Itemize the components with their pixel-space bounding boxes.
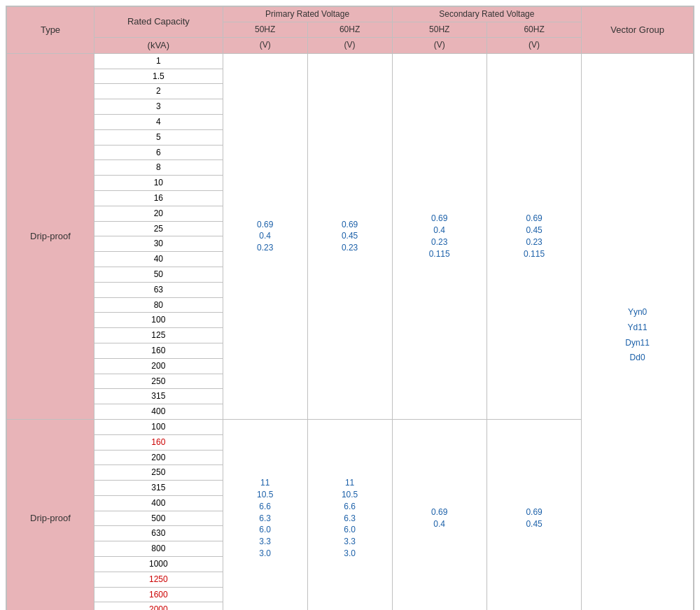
capacity-cell: 400 xyxy=(94,495,223,511)
capacity-cell: 125 xyxy=(94,328,223,343)
capacity-cell: 200 xyxy=(94,450,223,465)
table-row: Drip-proof 1 0.690.40.23 0.690.450.23 0.… xyxy=(7,53,694,69)
secondary-50hz-header: 50HZ xyxy=(392,22,486,37)
secondary-50hz-unit: (V) xyxy=(392,37,486,53)
capacity-cell: 30 xyxy=(94,236,223,252)
header-row-1: Type Rated Capacity Primary Rated Voltag… xyxy=(7,7,694,22)
transformer-table: Type Rated Capacity Primary Rated Voltag… xyxy=(6,6,694,610)
capacity-cell: 400 xyxy=(94,404,223,420)
capacity-cell: 315 xyxy=(94,481,223,496)
capacity-cell: 5 xyxy=(94,129,223,145)
capacity-cell: 100 xyxy=(94,419,223,434)
primary-50hz-header: 50HZ xyxy=(223,22,307,37)
capacity-cell: 1000 xyxy=(94,557,223,572)
primary-60hz-data1: 0.690.450.23 xyxy=(307,53,392,419)
capacity-cell: 1 xyxy=(94,53,223,69)
capacity-cell: 1.5 xyxy=(94,69,223,84)
primary-50hz-data1: 0.690.40.23 xyxy=(223,53,307,419)
capacity-cell: 315 xyxy=(94,389,223,404)
capacity-cell: 40 xyxy=(94,252,223,267)
capacity-cell: 10 xyxy=(94,176,223,191)
capacity-cell: 2 xyxy=(94,84,223,99)
secondary-voltage-header: Secondary Rated Voltage xyxy=(392,7,582,22)
secondary-60hz-unit: (V) xyxy=(486,37,581,53)
capacity-cell: 100 xyxy=(94,313,223,328)
capacity-cell: 80 xyxy=(94,297,223,313)
secondary-60hz-data2: 0.690.45 xyxy=(486,419,581,610)
capacity-cell: 8 xyxy=(94,160,223,176)
primary-50hz-unit: (V) xyxy=(223,37,307,53)
primary-50hz-data2: 1110.56.66.36.03.33.0 xyxy=(223,419,307,610)
rated-capacity-unit: (kVA) xyxy=(94,37,223,53)
capacity-cell: 20 xyxy=(94,206,223,221)
table-body: Drip-proof 1 0.690.40.23 0.690.450.23 0.… xyxy=(7,53,694,610)
capacity-cell: 250 xyxy=(94,374,223,389)
capacity-cell-red: 1600 xyxy=(94,587,223,602)
capacity-cell: 6 xyxy=(94,145,223,160)
capacity-cell-red: 1250 xyxy=(94,572,223,587)
capacity-cell-red: 160 xyxy=(94,434,223,450)
main-table-container: Type Rated Capacity Primary Rated Voltag… xyxy=(6,6,694,610)
secondary-60hz-header: 60HZ xyxy=(486,22,581,37)
secondary-50hz-data1: 0.690.40.230.115 xyxy=(392,53,486,419)
rated-capacity-header: Rated Capacity xyxy=(94,7,223,38)
capacity-cell: 250 xyxy=(94,465,223,481)
capacity-cell: 4 xyxy=(94,114,223,129)
capacity-cell: 500 xyxy=(94,511,223,526)
capacity-cell: 25 xyxy=(94,221,223,236)
capacity-cell: 630 xyxy=(94,526,223,541)
primary-60hz-unit: (V) xyxy=(307,37,392,53)
type-header: Type xyxy=(7,7,94,54)
capacity-cell: 16 xyxy=(94,190,223,206)
vector-group-data: Yyn0Yd11Dyn11Dd0 xyxy=(582,53,694,610)
capacity-cell-red: 2000 xyxy=(94,602,223,610)
primary-60hz-data2: 1110.56.66.36.03.33.0 xyxy=(307,419,392,610)
section1-type: Drip-proof xyxy=(7,53,94,419)
capacity-cell: 3 xyxy=(94,99,223,115)
secondary-60hz-data1: 0.690.450.230.115 xyxy=(486,53,581,419)
capacity-cell: 160 xyxy=(94,343,223,358)
primary-voltage-header: Primary Rated Voltage xyxy=(223,7,392,22)
capacity-cell: 200 xyxy=(94,358,223,374)
section2-type: Drip-proof xyxy=(7,419,94,610)
primary-60hz-header: 60HZ xyxy=(307,22,392,37)
vector-group-header: Vector Group xyxy=(582,7,694,54)
secondary-50hz-data2: 0.690.4 xyxy=(392,419,486,610)
capacity-cell: 63 xyxy=(94,282,223,297)
capacity-cell: 800 xyxy=(94,541,223,557)
capacity-cell: 50 xyxy=(94,267,223,282)
